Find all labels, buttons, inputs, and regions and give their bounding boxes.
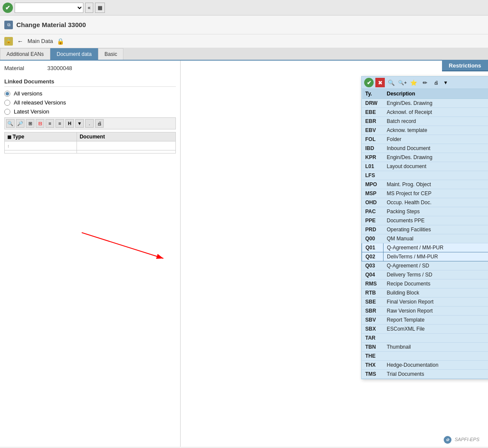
- dd-type-cell: IBD: [362, 144, 384, 153]
- dd-type-cell: Q01: [362, 243, 384, 252]
- dd-type-cell: EBV: [362, 126, 384, 135]
- doc-align-center-btn[interactable]: ≡: [55, 119, 64, 128]
- doc-table-row-1[interactable]: ↕: [5, 141, 176, 150]
- dd-type-cell: FOL: [362, 135, 384, 144]
- dropdown-row[interactable]: L01Layout document: [362, 162, 488, 171]
- doc-type-cell: ↕: [5, 141, 77, 150]
- dropdown-row[interactable]: SBVReport Template: [362, 316, 488, 325]
- doc-separator: .: [85, 119, 94, 128]
- dropdown-panel: ✔ ✖ 🔍 🔍+ ⭐ ✏ 🖨 ▼ Ty. Descrip: [361, 76, 488, 379]
- doc-table-row-2[interactable]: [5, 150, 176, 153]
- linked-docs-title: Linked Documents: [4, 78, 176, 87]
- dropdown-row[interactable]: FOLFolder: [362, 135, 488, 144]
- dropdown-scroll[interactable]: Ty. Description DRWEngin/Des. DrawingEBE…: [362, 89, 488, 379]
- dropdown-row[interactable]: Q00QM Manual: [362, 234, 488, 243]
- grid-btn[interactable]: ▦: [95, 3, 105, 13]
- dd-desc-cell: Recipe Documents: [384, 279, 488, 288]
- dd-print-btn[interactable]: 🖨: [431, 78, 441, 87]
- restrictions-tab[interactable]: Restrictions: [442, 61, 488, 71]
- dropdown-row[interactable]: TBNThumbnail: [362, 343, 488, 352]
- dd-type-cell: EBR: [362, 117, 384, 126]
- toolbar-select[interactable]: [15, 3, 83, 13]
- doc-grid-btn[interactable]: ⊞: [26, 119, 34, 128]
- back-arrow-btn[interactable]: ←: [15, 37, 25, 46]
- dropdown-row[interactable]: MPOMaint. Prog. Object: [362, 180, 488, 189]
- dropdown-row[interactable]: PACPacking Steps: [362, 207, 488, 216]
- radio-latest-version[interactable]: Latest Version: [4, 108, 176, 115]
- title-bar: ⧉ Change Material 33000: [0, 15, 488, 34]
- dd-desc-cell: Folder: [384, 135, 488, 144]
- dropdown-row[interactable]: SBEFinal Version Report: [362, 298, 488, 307]
- dd-check-btn[interactable]: ✔: [364, 78, 374, 87]
- dropdown-row[interactable]: DRWEngin/Des. Drawing: [362, 99, 488, 108]
- doc-align-left-btn[interactable]: ≡: [46, 119, 54, 128]
- radio-latest-version-label: Latest Version: [14, 108, 49, 115]
- dd-type-cell: PAC: [362, 207, 384, 216]
- dropdown-row[interactable]: IBDInbound Document: [362, 144, 488, 153]
- material-label: Material: [4, 65, 47, 71]
- tab-basic[interactable]: Basic: [98, 48, 123, 60]
- dd-desc-cell: Engin/Des. Drawing: [384, 153, 488, 162]
- back-btn[interactable]: «: [85, 3, 93, 13]
- doc-print-btn[interactable]: 🖨: [95, 119, 104, 128]
- radio-latest-version-circle[interactable]: [4, 109, 10, 115]
- dropdown-row[interactable]: Q02DelivTerms / MM-PUR: [362, 252, 488, 261]
- dropdown-row[interactable]: KPREngin/Des. Drawing: [362, 153, 488, 162]
- radio-all-released[interactable]: All released Versions: [4, 99, 176, 106]
- dropdown-row[interactable]: SBRRaw Version Report: [362, 307, 488, 316]
- dropdown-toolbar: ✔ ✖ 🔍 🔍+ ⭐ ✏ 🖨 ▼: [362, 77, 488, 89]
- copy-icon: ⧉: [4, 21, 13, 29]
- tab-additional-eans[interactable]: Additional EANs: [0, 48, 50, 60]
- dropdown-row[interactable]: LFS: [362, 171, 488, 180]
- dd-search-plus-btn[interactable]: 🔍+: [398, 78, 407, 87]
- top-toolbar: ✔ « ▦: [0, 0, 488, 15]
- doc-grid-red-btn[interactable]: ⊟: [36, 119, 44, 128]
- dropdown-row[interactable]: RMSRecipe Documents: [362, 279, 488, 288]
- dd-desc-cell: Thumbnail: [384, 343, 488, 352]
- dropdown-row[interactable]: OHDOccup. Health Doc.: [362, 198, 488, 207]
- tab-document-data[interactable]: Document data: [50, 48, 98, 60]
- dd-type-cell: TMS: [362, 370, 384, 379]
- dd-desc-cell: DelivTerms / MM-PUR: [384, 252, 488, 261]
- radio-all-versions-circle[interactable]: [4, 91, 10, 97]
- watermark: ✿ SAPFI-EPS: [444, 436, 479, 444]
- dd-type-cell: SBV: [362, 316, 384, 325]
- dropdown-row[interactable]: PRDOperating Facilities: [362, 225, 488, 234]
- dropdown-row[interactable]: EBEAcknowl. of Receipt: [362, 108, 488, 117]
- dropdown-row[interactable]: EBVAcknow. template: [362, 126, 488, 135]
- dd-x-btn[interactable]: ✖: [375, 78, 385, 87]
- doc-filter-btn[interactable]: ▼: [75, 119, 84, 128]
- dropdown-table: Ty. Description DRWEngin/Des. DrawingEBE…: [362, 89, 488, 379]
- dd-desc-cell: Operating Facilities: [384, 225, 488, 234]
- doc-search2-btn[interactable]: 🔎: [16, 119, 25, 128]
- dropdown-row[interactable]: Q03Q-Agreement / SD: [362, 261, 488, 270]
- doc-search-btn[interactable]: 🔍: [6, 119, 15, 128]
- dropdown-row[interactable]: Q01Q-Agreement / MM-PUR: [362, 243, 488, 252]
- dd-desc-cell: Layout document: [384, 162, 488, 171]
- padlock-btn[interactable]: 🔒: [55, 37, 65, 46]
- dropdown-row[interactable]: TAR: [362, 334, 488, 343]
- dropdown-row[interactable]: SBXESComXML File: [362, 325, 488, 334]
- doc-document-cell-2: [77, 150, 176, 153]
- dd-desc-cell: Batch record: [384, 117, 488, 126]
- doc-h-btn[interactable]: H: [65, 119, 74, 128]
- dropdown-row[interactable]: RTBBuilding Block: [362, 288, 488, 298]
- green-check-icon[interactable]: ✔: [3, 3, 13, 13]
- dropdown-row[interactable]: THE: [362, 352, 488, 361]
- dropdown-row[interactable]: EBRBatch record: [362, 117, 488, 126]
- dd-dropdown-arrow[interactable]: ▼: [443, 80, 448, 85]
- dd-star-btn[interactable]: ⭐: [409, 78, 418, 87]
- dropdown-row[interactable]: TMSTrial Documents: [362, 370, 488, 379]
- radio-all-versions[interactable]: All versions: [4, 90, 176, 97]
- dropdown-row[interactable]: Q04Delivery Terms / SD: [362, 270, 488, 279]
- dd-edit-btn[interactable]: ✏: [420, 78, 430, 87]
- dd-search-btn[interactable]: 🔍: [387, 78, 396, 87]
- dd-col-type: Ty.: [362, 89, 384, 99]
- radio-all-released-circle[interactable]: [4, 100, 10, 106]
- col-document: Document: [77, 132, 176, 141]
- dropdown-row[interactable]: THXHedge-Documentation: [362, 361, 488, 370]
- dd-type-cell: KPR: [362, 153, 384, 162]
- dropdown-row[interactable]: MSPMS Project for CEP: [362, 189, 488, 198]
- doc-document-cell: [77, 141, 176, 150]
- dropdown-row[interactable]: PPEDocuments PPE: [362, 216, 488, 225]
